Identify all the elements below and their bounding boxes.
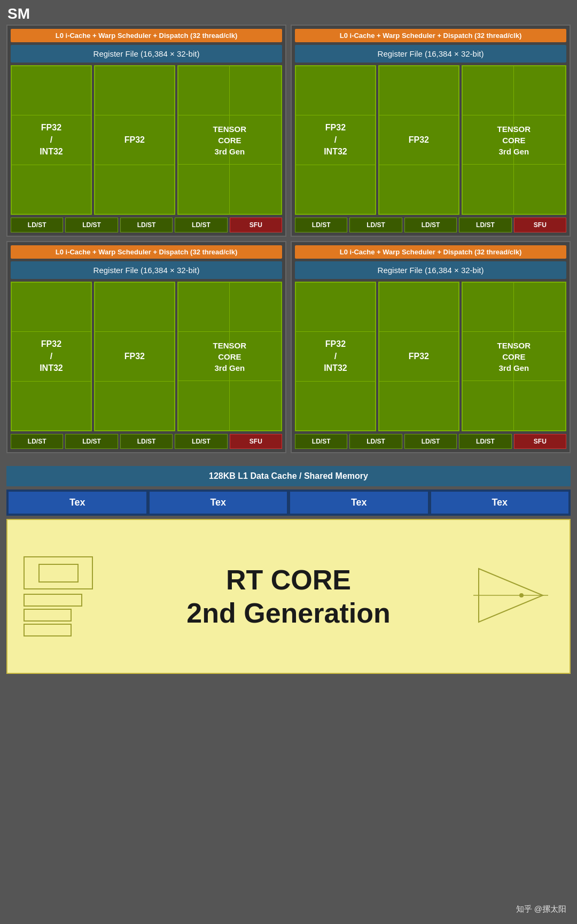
l1-cache-bar: 128KB L1 Data Cache / Shared Memory	[6, 466, 571, 486]
ldst-3-4: LD/ST	[175, 434, 227, 449]
ldst-sfu-row-1: LD/ST LD/ST LD/ST LD/ST SFU	[11, 218, 282, 232]
sub-sm-3: L0 i-Cache + Warp Scheduler + Dispatch (…	[6, 241, 286, 453]
tex-box-2: Tex	[150, 492, 287, 514]
ldst-1-2: LD/ST	[65, 218, 118, 232]
register-file-3: Register File (16,384 × 32-bit)	[11, 261, 282, 279]
bottom-section: 128KB L1 Data Cache / Shared Memory Tex …	[0, 460, 577, 516]
ldst-1-4: LD/ST	[175, 218, 227, 232]
l0-bar-1: L0 i-Cache + Warp Scheduler + Dispatch (…	[11, 29, 282, 42]
register-file-2: Register File (16,384 × 32-bit)	[295, 45, 566, 63]
rt-bvh-shapes	[24, 556, 93, 636]
fp32-label-3: FP32	[124, 352, 145, 361]
fp32-int32-2: FP32/INT32	[295, 65, 376, 215]
l0-bar-4: L0 i-Cache + Warp Scheduler + Dispatch (…	[295, 245, 566, 259]
ldst-4-3: LD/ST	[404, 434, 457, 449]
fp32-3: FP32	[94, 282, 175, 431]
ldst-2-2: LD/ST	[349, 218, 402, 232]
bvh-rect-4	[24, 624, 72, 636]
ldst-4-1: LD/ST	[295, 434, 347, 449]
fp32-int32-3: FP32/INT32	[11, 282, 92, 431]
tensor-label-1: TENSORCORE3rd Gen	[213, 123, 247, 157]
tex-box-3: Tex	[290, 492, 428, 514]
tensor-core-3: TENSORCORE3rd Gen	[177, 282, 282, 431]
core-area-4: FP32/INT32 FP32	[295, 282, 566, 431]
bvh-outer-rect	[24, 556, 93, 589]
l0-bar-3: L0 i-Cache + Warp Scheduler + Dispatch (…	[11, 245, 282, 259]
ldst-3-2: LD/ST	[65, 434, 118, 449]
fp32-4: FP32	[378, 282, 459, 431]
ldst-1-3: LD/ST	[120, 218, 173, 232]
watermark: 知乎 @摞太阳	[516, 904, 566, 914]
tensor-core-4: TENSORCORE3rd Gen	[462, 282, 566, 431]
ldst-2-1: LD/ST	[295, 218, 347, 232]
bvh-rect-2	[24, 594, 82, 607]
rt-core-section: RT CORE2nd Generation	[6, 519, 571, 674]
fp32-label-4: FP32	[409, 352, 429, 361]
ldst-sfu-row-2: LD/ST LD/ST LD/ST LD/ST SFU	[295, 218, 566, 232]
fp32-int32-label-4: FP32/INT32	[324, 338, 347, 374]
bvh-rect-3	[24, 609, 72, 622]
sm-label: SM	[0, 0, 577, 25]
fp32-label-2: FP32	[409, 135, 429, 145]
sfu-2: SFU	[514, 218, 566, 232]
sfu-1: SFU	[230, 218, 282, 232]
tensor-core-2: TENSORCORE3rd Gen	[462, 65, 566, 215]
fp32-int32-label-3: FP32/INT32	[40, 338, 63, 374]
sfu-4: SFU	[514, 434, 566, 449]
sub-sm-2: L0 i-Cache + Warp Scheduler + Dispatch (…	[291, 25, 571, 237]
rt-core-label: RT CORE2nd Generation	[186, 563, 390, 630]
bvh-inner-rect	[38, 564, 79, 583]
ldst-4-4: LD/ST	[459, 434, 511, 449]
ldst-sfu-row-3: LD/ST LD/ST LD/ST LD/ST SFU	[11, 434, 282, 449]
ldst-2-4: LD/ST	[459, 218, 511, 232]
bvh-stack	[24, 594, 93, 636]
tex-row: Tex Tex Tex Tex	[6, 490, 571, 516]
ldst-1-1: LD/ST	[11, 218, 63, 232]
l0-bar-2: L0 i-Cache + Warp Scheduler + Dispatch (…	[295, 29, 566, 42]
core-area-2: FP32/INT32 FP32	[295, 65, 566, 215]
core-area-1: FP32/INT32 FP32	[11, 65, 282, 215]
sub-sm-1: L0 i-Cache + Warp Scheduler + Dispatch (…	[6, 25, 286, 237]
ldst-3-3: LD/ST	[120, 434, 173, 449]
register-file-1: Register File (16,384 × 32-bit)	[11, 45, 282, 63]
fp32-2: FP32	[378, 65, 459, 215]
tex-box-4: Tex	[431, 492, 569, 514]
ldst-4-2: LD/ST	[349, 434, 402, 449]
tex-box-1: Tex	[9, 492, 146, 514]
core-area-3: FP32/INT32 FP32	[11, 282, 282, 431]
sm-grid: L0 i-Cache + Warp Scheduler + Dispatch (…	[6, 25, 571, 453]
rt-ray-shape	[473, 563, 548, 630]
tensor-label-3: TENSORCORE3rd Gen	[213, 340, 247, 374]
ldst-sfu-row-4: LD/ST LD/ST LD/ST LD/ST SFU	[295, 434, 566, 449]
svg-point-2	[519, 593, 524, 597]
sub-sm-4: L0 i-Cache + Warp Scheduler + Dispatch (…	[291, 241, 571, 453]
tensor-core-1: TENSORCORE3rd Gen	[177, 65, 282, 215]
ldst-3-1: LD/ST	[11, 434, 63, 449]
fp32-1: FP32	[94, 65, 175, 215]
fp32-int32-label-1: FP32/INT32	[40, 122, 63, 158]
sfu-3: SFU	[230, 434, 282, 449]
tensor-label-2: TENSORCORE3rd Gen	[497, 123, 531, 157]
fp32-int32-1: FP32/INT32	[11, 65, 92, 215]
ldst-2-3: LD/ST	[404, 218, 457, 232]
fp32-label-1: FP32	[124, 135, 145, 145]
fp32-int32-label-2: FP32/INT32	[324, 122, 347, 158]
fp32-int32-4: FP32/INT32	[295, 282, 376, 431]
tensor-label-4: TENSORCORE3rd Gen	[497, 340, 531, 374]
register-file-4: Register File (16,384 × 32-bit)	[295, 261, 566, 279]
